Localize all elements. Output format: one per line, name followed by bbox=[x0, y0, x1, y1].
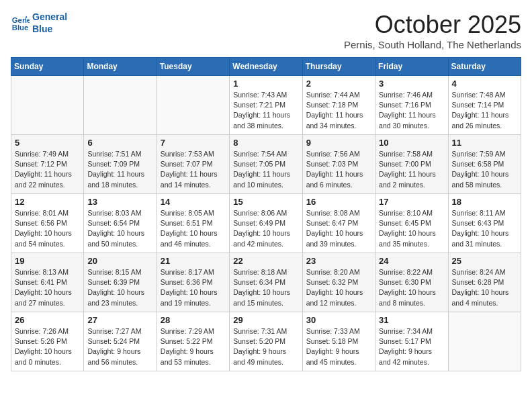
day-number: 22 bbox=[233, 256, 298, 266]
weekday-header-tuesday: Tuesday bbox=[157, 58, 229, 76]
day-number: 13 bbox=[87, 197, 152, 207]
day-number: 29 bbox=[233, 315, 298, 325]
calendar-title: October 2025 bbox=[344, 11, 521, 39]
weekday-header-wednesday: Wednesday bbox=[230, 58, 302, 76]
calendar-cell: 28Sunrise: 7:29 AM Sunset: 5:22 PM Dayli… bbox=[157, 312, 229, 371]
calendar-cell: 9Sunrise: 7:56 AM Sunset: 7:03 PM Daylig… bbox=[302, 135, 375, 194]
day-info: Sunrise: 7:26 AM Sunset: 5:26 PM Dayligh… bbox=[15, 326, 80, 367]
day-number: 20 bbox=[87, 256, 152, 266]
calendar-cell: 18Sunrise: 8:11 AM Sunset: 6:43 PM Dayli… bbox=[448, 194, 521, 253]
weekday-header-saturday: Saturday bbox=[448, 58, 521, 76]
calendar-cell: 7Sunrise: 7:53 AM Sunset: 7:07 PM Daylig… bbox=[157, 135, 229, 194]
day-info: Sunrise: 8:22 AM Sunset: 6:30 PM Dayligh… bbox=[379, 267, 444, 308]
day-info: Sunrise: 8:13 AM Sunset: 6:41 PM Dayligh… bbox=[15, 267, 80, 308]
calendar-cell bbox=[448, 312, 521, 371]
day-info: Sunrise: 7:44 AM Sunset: 7:18 PM Dayligh… bbox=[306, 90, 371, 131]
logo-text-line1: General bbox=[32, 11, 67, 23]
calendar-cell: 15Sunrise: 8:06 AM Sunset: 6:49 PM Dayli… bbox=[230, 194, 302, 253]
calendar-cell: 30Sunrise: 7:33 AM Sunset: 5:18 PM Dayli… bbox=[302, 312, 375, 371]
day-info: Sunrise: 7:48 AM Sunset: 7:14 PM Dayligh… bbox=[452, 90, 517, 131]
calendar-table: SundayMondayTuesdayWednesdayThursdayFrid… bbox=[11, 57, 521, 371]
calendar-cell: 17Sunrise: 8:10 AM Sunset: 6:45 PM Dayli… bbox=[375, 194, 448, 253]
day-number: 7 bbox=[161, 138, 226, 148]
day-number: 10 bbox=[379, 138, 444, 148]
title-block: October 2025 Pernis, South Holland, The … bbox=[344, 11, 521, 50]
svg-text:Blue: Blue bbox=[12, 24, 29, 32]
calendar-cell: 20Sunrise: 8:15 AM Sunset: 6:39 PM Dayli… bbox=[84, 253, 157, 312]
day-info: Sunrise: 7:59 AM Sunset: 6:58 PM Dayligh… bbox=[452, 149, 517, 190]
day-info: Sunrise: 8:20 AM Sunset: 6:32 PM Dayligh… bbox=[306, 267, 371, 308]
day-info: Sunrise: 7:54 AM Sunset: 7:05 PM Dayligh… bbox=[233, 149, 298, 190]
day-number: 12 bbox=[15, 197, 80, 207]
logo-text-line2: Blue bbox=[32, 23, 67, 35]
day-info: Sunrise: 8:01 AM Sunset: 6:56 PM Dayligh… bbox=[15, 208, 80, 249]
calendar-subtitle: Pernis, South Holland, The Netherlands bbox=[344, 39, 521, 50]
calendar-cell: 29Sunrise: 7:31 AM Sunset: 5:20 PM Dayli… bbox=[230, 312, 302, 371]
day-number: 16 bbox=[306, 197, 371, 207]
day-number: 4 bbox=[452, 79, 517, 89]
day-number: 25 bbox=[452, 256, 517, 266]
calendar-cell bbox=[157, 76, 229, 135]
calendar-cell: 25Sunrise: 8:24 AM Sunset: 6:28 PM Dayli… bbox=[448, 253, 521, 312]
calendar-cell: 13Sunrise: 8:03 AM Sunset: 6:54 PM Dayli… bbox=[84, 194, 157, 253]
calendar-cell: 4Sunrise: 7:48 AM Sunset: 7:14 PM Daylig… bbox=[448, 76, 521, 135]
day-info: Sunrise: 7:31 AM Sunset: 5:20 PM Dayligh… bbox=[233, 326, 298, 367]
calendar-cell: 2Sunrise: 7:44 AM Sunset: 7:18 PM Daylig… bbox=[302, 76, 375, 135]
calendar-cell: 27Sunrise: 7:27 AM Sunset: 5:24 PM Dayli… bbox=[84, 312, 157, 371]
day-number: 24 bbox=[379, 256, 444, 266]
weekday-header-monday: Monday bbox=[84, 58, 157, 76]
calendar-cell: 5Sunrise: 7:49 AM Sunset: 7:12 PM Daylig… bbox=[11, 135, 84, 194]
calendar-cell: 3Sunrise: 7:46 AM Sunset: 7:16 PM Daylig… bbox=[375, 76, 448, 135]
day-number: 21 bbox=[161, 256, 226, 266]
day-number: 2 bbox=[306, 79, 371, 89]
day-number: 27 bbox=[87, 315, 152, 325]
day-number: 1 bbox=[233, 79, 298, 89]
day-info: Sunrise: 7:49 AM Sunset: 7:12 PM Dayligh… bbox=[15, 149, 80, 190]
day-number: 11 bbox=[452, 138, 517, 148]
day-number: 19 bbox=[15, 256, 80, 266]
day-info: Sunrise: 7:56 AM Sunset: 7:03 PM Dayligh… bbox=[306, 149, 371, 190]
calendar-cell: 14Sunrise: 8:05 AM Sunset: 6:51 PM Dayli… bbox=[157, 194, 229, 253]
day-info: Sunrise: 8:17 AM Sunset: 6:36 PM Dayligh… bbox=[161, 267, 226, 308]
day-info: Sunrise: 7:34 AM Sunset: 5:17 PM Dayligh… bbox=[379, 326, 444, 367]
day-info: Sunrise: 8:24 AM Sunset: 6:28 PM Dayligh… bbox=[452, 267, 517, 308]
day-number: 23 bbox=[306, 256, 371, 266]
calendar-cell: 10Sunrise: 7:58 AM Sunset: 7:00 PM Dayli… bbox=[375, 135, 448, 194]
day-info: Sunrise: 7:29 AM Sunset: 5:22 PM Dayligh… bbox=[161, 326, 226, 367]
calendar-cell: 21Sunrise: 8:17 AM Sunset: 6:36 PM Dayli… bbox=[157, 253, 229, 312]
day-number: 30 bbox=[306, 315, 371, 325]
calendar-cell: 19Sunrise: 8:13 AM Sunset: 6:41 PM Dayli… bbox=[11, 253, 84, 312]
day-info: Sunrise: 8:08 AM Sunset: 6:47 PM Dayligh… bbox=[306, 208, 371, 249]
day-info: Sunrise: 7:53 AM Sunset: 7:07 PM Dayligh… bbox=[161, 149, 226, 190]
day-info: Sunrise: 8:05 AM Sunset: 6:51 PM Dayligh… bbox=[161, 208, 226, 249]
day-number: 14 bbox=[161, 197, 226, 207]
calendar-cell: 24Sunrise: 8:22 AM Sunset: 6:30 PM Dayli… bbox=[375, 253, 448, 312]
calendar-cell: 16Sunrise: 8:08 AM Sunset: 6:47 PM Dayli… bbox=[302, 194, 375, 253]
day-number: 5 bbox=[15, 138, 80, 148]
calendar-cell bbox=[11, 76, 84, 135]
day-info: Sunrise: 8:11 AM Sunset: 6:43 PM Dayligh… bbox=[452, 208, 517, 249]
calendar-cell: 6Sunrise: 7:51 AM Sunset: 7:09 PM Daylig… bbox=[84, 135, 157, 194]
day-info: Sunrise: 7:27 AM Sunset: 5:24 PM Dayligh… bbox=[87, 326, 152, 367]
logo-icon: General Blue bbox=[11, 13, 30, 32]
calendar-cell: 11Sunrise: 7:59 AM Sunset: 6:58 PM Dayli… bbox=[448, 135, 521, 194]
calendar-cell: 26Sunrise: 7:26 AM Sunset: 5:26 PM Dayli… bbox=[11, 312, 84, 371]
calendar-cell: 8Sunrise: 7:54 AM Sunset: 7:05 PM Daylig… bbox=[230, 135, 302, 194]
day-info: Sunrise: 8:03 AM Sunset: 6:54 PM Dayligh… bbox=[87, 208, 152, 249]
day-info: Sunrise: 7:58 AM Sunset: 7:00 PM Dayligh… bbox=[379, 149, 444, 190]
day-number: 6 bbox=[87, 138, 152, 148]
calendar-cell: 1Sunrise: 7:43 AM Sunset: 7:21 PM Daylig… bbox=[230, 76, 302, 135]
calendar-cell: 31Sunrise: 7:34 AM Sunset: 5:17 PM Dayli… bbox=[375, 312, 448, 371]
day-info: Sunrise: 7:33 AM Sunset: 5:18 PM Dayligh… bbox=[306, 326, 371, 367]
calendar-cell bbox=[84, 76, 157, 135]
day-number: 3 bbox=[379, 79, 444, 89]
day-info: Sunrise: 8:10 AM Sunset: 6:45 PM Dayligh… bbox=[379, 208, 444, 249]
day-number: 31 bbox=[379, 315, 444, 325]
day-number: 15 bbox=[233, 197, 298, 207]
logo: General Blue General Blue bbox=[11, 11, 67, 35]
weekday-header-sunday: Sunday bbox=[11, 58, 84, 76]
day-info: Sunrise: 8:15 AM Sunset: 6:39 PM Dayligh… bbox=[87, 267, 152, 308]
weekday-header-friday: Friday bbox=[375, 58, 448, 76]
calendar-cell: 23Sunrise: 8:20 AM Sunset: 6:32 PM Dayli… bbox=[302, 253, 375, 312]
day-info: Sunrise: 8:18 AM Sunset: 6:34 PM Dayligh… bbox=[233, 267, 298, 308]
